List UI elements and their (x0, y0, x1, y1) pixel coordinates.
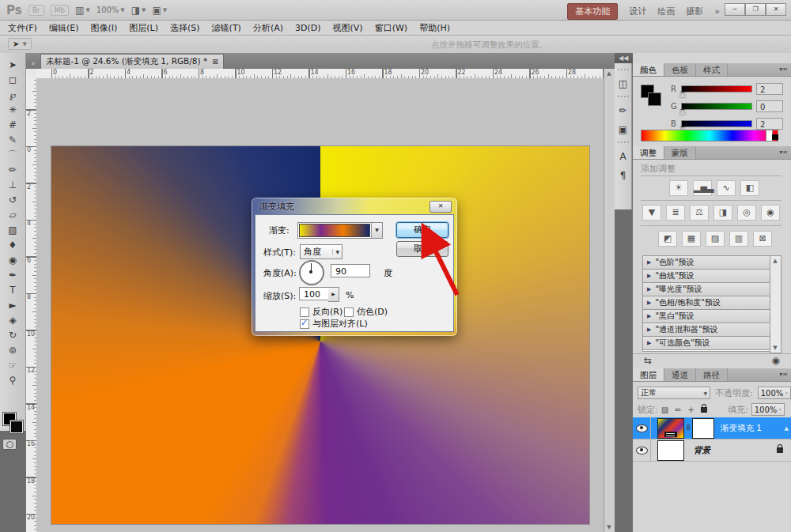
dither-checkbox[interactable]: 仿色(D) (344, 306, 388, 318)
character-panel-icon[interactable]: A (616, 147, 630, 166)
red-slider[interactable] (681, 85, 752, 92)
layer-row-gradient-fill[interactable]: 8 渐变填充 1 ▲ (633, 417, 791, 440)
background-layer-thumbnail[interactable] (657, 440, 684, 461)
style-dropdown[interactable]: 角度▼ (300, 244, 343, 259)
tool-button[interactable]: ➤ (3, 58, 22, 73)
checkbox-box-checked[interactable] (300, 319, 309, 329)
background-color-swatch[interactable] (10, 421, 23, 433)
disclosure-icon[interactable]: ▶ (647, 340, 651, 346)
close-button[interactable]: ✕ (766, 3, 786, 16)
brushes-panel-icon[interactable]: ✏ (616, 101, 630, 120)
screen-mode-dropdown[interactable]: ▣▼ (152, 5, 167, 16)
scale-popup-icon[interactable]: ▶ (328, 287, 339, 302)
color-panel-swatches[interactable] (641, 85, 661, 108)
menu-item[interactable]: 滤镜(T) (212, 22, 241, 34)
disclosure-icon[interactable]: ▶ (647, 259, 651, 266)
workspace-basic[interactable]: 基本功能 (567, 3, 618, 20)
adjustment-icon[interactable]: ◨ (713, 205, 732, 221)
blue-slider[interactable] (681, 120, 752, 127)
tool-button[interactable]: ▨ (3, 223, 22, 238)
tool-button[interactable]: ✳ (3, 103, 22, 118)
layer-name[interactable]: 渐变填充 1 (721, 423, 762, 434)
workspace-more-button[interactable]: » (714, 6, 720, 17)
adjustment-icon[interactable]: ▼ (642, 205, 661, 221)
gradient-layer-thumbnail[interactable] (657, 418, 684, 439)
menu-item[interactable]: 图像(I) (90, 22, 117, 34)
lock-transparency-icon[interactable]: ▨ (661, 406, 668, 414)
preset-row[interactable]: ▶"曝光度"预设 (643, 283, 770, 296)
disclosure-icon[interactable]: ▶ (647, 286, 651, 292)
adjustment-icon[interactable]: ◧ (740, 180, 759, 196)
menu-item[interactable]: 图层(L) (129, 22, 158, 34)
vertical-scrollbar[interactable]: ▲ ▼ (604, 69, 615, 532)
paragraph-panel-icon[interactable]: ¶ (616, 166, 630, 185)
disclosure-icon[interactable]: ▶ (647, 326, 651, 333)
menu-item[interactable]: 帮助(H) (419, 22, 450, 34)
clone-source-panel-icon[interactable]: ▣ (616, 120, 630, 139)
tab-swatches[interactable]: 色板 (664, 63, 696, 76)
scale-input[interactable]: 100 (299, 287, 329, 300)
dialog-close-button[interactable]: ✕ (430, 201, 452, 213)
scroll-down-icon[interactable]: ▼ (604, 523, 614, 532)
tool-button[interactable]: ⌒ (3, 148, 22, 163)
disclosure-icon[interactable]: ▶ (647, 313, 651, 319)
angle-input[interactable]: 90 (331, 264, 370, 277)
collapse-panels-icon[interactable]: ◀◀ (619, 55, 628, 62)
disclosure-icon[interactable]: ▶ (647, 273, 651, 279)
workspace-photo[interactable]: 摄影 (686, 6, 703, 17)
visibility-cell[interactable] (633, 440, 651, 461)
zoom-level-dropdown[interactable]: 100%▼ (97, 6, 125, 14)
tool-button[interactable]: ✏ (3, 163, 22, 178)
preset-row[interactable]: ▶"通道混和器"预设 (643, 323, 770, 337)
panel-menu-icon[interactable]: ▾≡ (779, 146, 788, 159)
reverse-checkbox[interactable]: 反向(R) (300, 306, 343, 318)
adjustment-icon[interactable]: ☀ (669, 180, 688, 196)
green-value[interactable]: 0 (756, 100, 783, 112)
tool-button[interactable]: ↻ (3, 328, 22, 343)
tool-button[interactable]: ◻ (3, 73, 22, 88)
restore-button[interactable]: ❐ (745, 3, 766, 16)
tab-close-icon[interactable]: ⊠ (212, 58, 218, 66)
history-panel-icon[interactable]: ◫ (616, 74, 630, 93)
adjustment-icon[interactable]: ⊠ (753, 231, 772, 247)
scroll-up-icon[interactable]: ▲ (770, 256, 780, 266)
preset-scrollbar[interactable]: ▲ ▼ (770, 255, 782, 353)
tool-button[interactable]: T (3, 283, 22, 298)
eye-icon[interactable] (636, 447, 648, 455)
fill-value[interactable]: 100%› (751, 403, 785, 416)
tab-styles[interactable]: 样式 (696, 63, 728, 76)
bridge-button[interactable]: Br (28, 5, 44, 16)
preset-row[interactable]: ▶"色相/饱和度"预设 (643, 296, 770, 310)
tool-button[interactable]: ⚲ (3, 373, 22, 388)
adjustment-icon[interactable]: ◉ (761, 205, 780, 221)
blend-mode-dropdown[interactable]: 正常▼ (638, 387, 710, 399)
adjustment-icon[interactable]: ≣ (666, 205, 685, 221)
tool-button[interactable]: ▱ (3, 208, 22, 223)
clip-to-layer-icon[interactable]: ◉ (772, 355, 780, 366)
tab-paths[interactable]: 路径 (696, 368, 728, 381)
cancel-button[interactable]: 取消 (396, 241, 448, 257)
preset-row[interactable]: ▶"色阶"预设 (643, 256, 770, 270)
menu-item[interactable]: 窗口(W) (375, 22, 407, 34)
angle-dial[interactable] (299, 260, 324, 285)
tool-button[interactable]: ♦ (3, 238, 22, 253)
adjustment-icon[interactable]: ⚖ (690, 205, 709, 221)
menu-item[interactable]: 视图(V) (333, 22, 363, 34)
document-tab[interactable]: 未标题-1 @ 24.6% (渐变填充 1, RGB/8) * ⊠ (40, 54, 224, 69)
menu-item[interactable]: 文件(F) (8, 22, 37, 34)
tool-button[interactable]: ◈ (3, 313, 22, 328)
layer-name[interactable]: 背景 (694, 445, 710, 456)
disclosure-icon[interactable]: ▶ (647, 300, 651, 306)
tool-button[interactable]: # (3, 118, 22, 133)
tab-adjustments[interactable]: 调整 (633, 146, 664, 159)
preset-row[interactable]: ▶"曲线"预设 (643, 270, 770, 283)
tab-color[interactable]: 颜色 (633, 63, 664, 76)
gradient-dropdown-icon[interactable]: ▼ (371, 223, 382, 238)
panel-menu-icon[interactable]: ▾≡ (779, 63, 788, 76)
tool-button[interactable]: ↺ (3, 193, 22, 208)
tool-button[interactable]: ► (3, 298, 22, 313)
visibility-cell[interactable] (633, 417, 651, 439)
adjustment-icon[interactable]: ▦ (682, 231, 701, 247)
scroll-up-icon[interactable]: ▲ (785, 425, 789, 432)
lock-position-icon[interactable]: + (688, 406, 694, 414)
